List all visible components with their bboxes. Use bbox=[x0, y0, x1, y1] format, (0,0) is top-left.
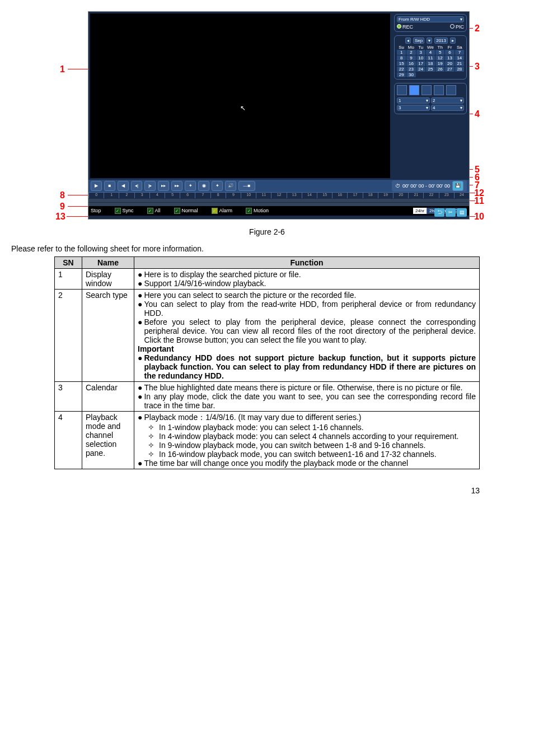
source-dropdown[interactable]: From R/W HDD▾ bbox=[397, 16, 464, 22]
playback-mode-box: 1▾ 2▾ 3▾ 4▾ bbox=[394, 83, 467, 114]
intro-text: Please refer to the following sheet for … bbox=[11, 244, 523, 253]
status-normal[interactable]: ✓Normal bbox=[174, 208, 198, 214]
smart-btn[interactable]: ✦ bbox=[185, 181, 196, 191]
mark2-btn[interactable]: ✦ bbox=[212, 181, 223, 191]
callout-9: 9 bbox=[60, 202, 65, 212]
prev-frame-btn[interactable]: ◂| bbox=[131, 181, 142, 191]
callout-8: 8 bbox=[60, 190, 65, 200]
r2-name: Search type bbox=[82, 290, 134, 382]
mark-btn[interactable]: ⮌ bbox=[434, 208, 444, 217]
callout-4: 4 bbox=[475, 109, 480, 119]
callout-11: 11 bbox=[474, 196, 484, 206]
layout-9[interactable] bbox=[421, 85, 432, 95]
rec-radio[interactable]: REC bbox=[397, 24, 413, 30]
rev-btn[interactable]: ◀ bbox=[118, 181, 129, 191]
r3-sn: 3 bbox=[55, 382, 82, 412]
r2-func: ●Here you can select to search the pictu… bbox=[134, 290, 480, 382]
cursor-icon: ↖ bbox=[240, 104, 246, 112]
snap-btn[interactable]: ◉ bbox=[198, 181, 209, 191]
cal-year[interactable]: 2013 bbox=[434, 38, 448, 44]
r2-sn: 2 bbox=[55, 290, 82, 382]
figure-container: 1 2 3 4 5 6 7 12 11 8 9 13 10 ↖ From R/W… bbox=[65, 11, 469, 220]
side-panel: From R/W HDD▾ REC PIC ◂ Sep ▾ 2013 ▸ SuM… bbox=[392, 12, 469, 180]
status-stop: Stop bbox=[91, 208, 101, 213]
fast-btn[interactable]: ▸▸ bbox=[171, 181, 182, 191]
pic-radio[interactable]: PIC bbox=[450, 24, 464, 30]
cal-prev[interactable]: ◂ bbox=[405, 38, 411, 44]
calendar-dow: SuMoTuWeThFrSa bbox=[397, 45, 464, 50]
save-btn[interactable]: 💾 bbox=[452, 181, 463, 191]
dvr-playback-window: ↖ From R/W HDD▾ REC PIC ◂ Sep ▾ 2013 bbox=[88, 11, 470, 220]
layout-16[interactable] bbox=[434, 85, 444, 95]
info-table: SN Name Function 1 Display window ●Here … bbox=[54, 256, 480, 469]
search-type-box: From R/W HDD▾ REC PIC bbox=[394, 14, 467, 32]
r3-func: ●The blue highlighted date means there i… bbox=[134, 382, 480, 412]
slow-btn[interactable]: ▸▸ bbox=[158, 181, 169, 191]
layout-x[interactable] bbox=[446, 85, 456, 95]
status-sync[interactable]: ✓Sync bbox=[115, 208, 134, 214]
page-number: 13 bbox=[54, 486, 480, 495]
status-alarm[interactable]: ✓Alarm bbox=[212, 208, 233, 214]
th-sn: SN bbox=[55, 257, 82, 269]
callout-1: 1 bbox=[60, 64, 65, 74]
callout-3: 3 bbox=[475, 62, 480, 72]
callout-13: 13 bbox=[55, 212, 65, 222]
cal-dd[interactable]: ▾ bbox=[427, 38, 432, 44]
figure-caption: Figure 2-6 bbox=[11, 227, 523, 236]
r3-name: Calendar bbox=[82, 382, 134, 412]
layout-1[interactable] bbox=[397, 85, 407, 95]
cal-next[interactable]: ▸ bbox=[450, 38, 456, 44]
stop-btn[interactable]: ■ bbox=[104, 181, 115, 191]
ch-c[interactable]: 3▾ bbox=[397, 105, 430, 111]
r4-func: ●Playback mode：1/4/9/16. (It may vary du… bbox=[134, 412, 480, 469]
status-all[interactable]: ✓All bbox=[147, 208, 161, 214]
time-display: ⏱ 00' 00' 00 - 00' 00' 00 💾 bbox=[392, 180, 467, 192]
status-motion[interactable]: ✓Motion bbox=[246, 208, 269, 214]
timeline[interactable]: 0123456789101112131415161718192021222324 bbox=[88, 192, 469, 205]
callout-10: 10 bbox=[474, 212, 484, 222]
r1-func: ●Here is to display the searched picture… bbox=[134, 269, 480, 290]
display-window: ↖ bbox=[90, 13, 390, 178]
list-btn[interactable]: ▤ bbox=[457, 208, 467, 217]
cal-month[interactable]: Sep bbox=[413, 38, 424, 44]
ch-b[interactable]: 2▾ bbox=[431, 97, 464, 104]
ch-d[interactable]: 4▾ bbox=[431, 105, 464, 111]
vol-slider[interactable]: —■ bbox=[238, 181, 255, 191]
layout-4[interactable] bbox=[409, 85, 419, 95]
callout-2: 2 bbox=[475, 24, 480, 34]
th-name: Name bbox=[82, 257, 134, 269]
th-func: Function bbox=[134, 257, 480, 269]
next-frame-btn[interactable]: |▸ bbox=[144, 181, 156, 191]
vol-btn[interactable]: 🔊 bbox=[225, 181, 236, 191]
r1-sn: 1 bbox=[55, 269, 82, 290]
r1-name: Display window bbox=[82, 269, 134, 290]
status-bar: Stop ✓Sync ✓All ✓Normal ✓Alarm ✓Motion 2… bbox=[88, 205, 469, 216]
calendar-box: ◂ Sep ▾ 2013 ▸ SuMoTuWeThFrSa 1234567891… bbox=[394, 35, 467, 80]
ch-a[interactable]: 1▾ bbox=[397, 97, 430, 104]
calendar-days[interactable]: 1234567891011121314151617181920212223242… bbox=[397, 50, 464, 77]
play-btn[interactable]: ▶ bbox=[91, 181, 102, 191]
clip-btn[interactable]: ✂ bbox=[446, 208, 456, 217]
r4-name: Playback mode and channel selection pane… bbox=[82, 412, 134, 469]
playback-controls: ▶ ■ ◀ ◂| |▸ ▸▸ ▸▸ ✦ ◉ ✦ 🔊 —■ ⏱ 00' 00' 0… bbox=[88, 180, 469, 192]
r4-sn: 4 bbox=[55, 412, 82, 469]
